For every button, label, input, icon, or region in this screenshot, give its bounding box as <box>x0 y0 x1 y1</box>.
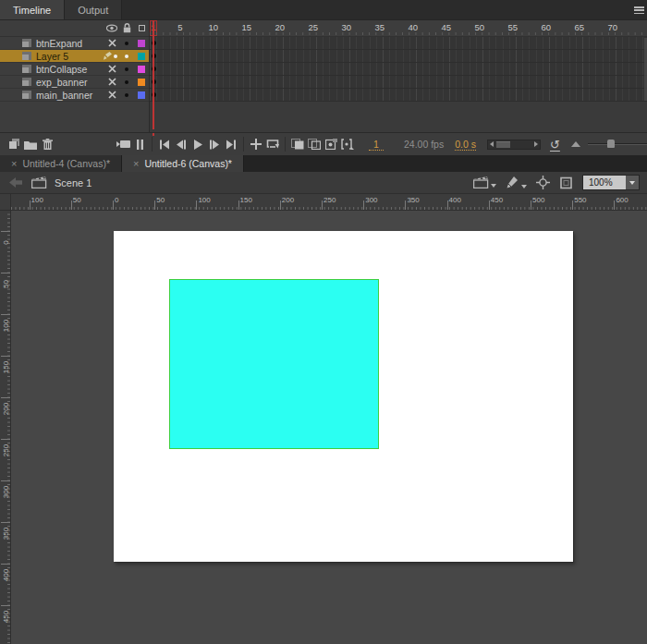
frames-panel[interactable]: 1510152025303540455055606570 <box>150 20 647 132</box>
first-frame-button[interactable] <box>156 137 173 152</box>
doc-tab-untitled-6[interactable]: × Untitled-6 (Canvas)* <box>122 155 244 172</box>
delete-layer-button[interactable] <box>39 137 55 152</box>
layer-color-chip[interactable] <box>134 53 149 60</box>
lock-state-dot[interactable] <box>119 80 134 84</box>
scene-breadcrumb[interactable]: Scene 1 <box>55 177 92 188</box>
scroll-left-icon[interactable] <box>490 141 494 147</box>
current-frame-value[interactable]: 1 <box>369 139 384 151</box>
scroll-right-icon[interactable] <box>534 141 538 147</box>
step-back-button[interactable] <box>173 137 189 152</box>
doc-tab-untitled-4[interactable]: × Untitled-4 (Canvas)* <box>0 155 122 172</box>
new-layer-button[interactable] <box>6 137 22 152</box>
hidden-x-icon[interactable] <box>104 39 119 47</box>
layers-toggle-button[interactable] <box>131 137 148 152</box>
frame-number-55[interactable]: 55 <box>508 22 519 32</box>
layer-color-chip[interactable] <box>134 40 149 47</box>
layer-row[interactable]: exp_banner <box>0 76 149 89</box>
timeline-zoom-out-icon[interactable] <box>571 141 580 147</box>
outline-column-icon[interactable] <box>134 25 149 31</box>
last-frame-button[interactable] <box>223 137 239 152</box>
ruler-tick <box>531 200 531 210</box>
close-icon[interactable]: × <box>11 159 17 169</box>
onion-outline-button[interactable] <box>306 137 323 152</box>
zoom-dropdown-button[interactable] <box>626 176 639 189</box>
play-button[interactable] <box>189 137 206 152</box>
step-forward-button[interactable] <box>206 137 223 152</box>
timeline-panel: Timeline Output btnExpandLayer 5btnCol <box>0 0 647 155</box>
ruler-label: 100 <box>31 196 43 204</box>
ruler-tick <box>1 480 10 481</box>
ruler-tick <box>447 200 448 210</box>
hidden-x-icon[interactable] <box>104 65 119 73</box>
hidden-x-icon[interactable] <box>104 78 119 86</box>
frame-number-40[interactable]: 40 <box>409 22 419 32</box>
stage[interactable] <box>114 231 573 562</box>
layer-color-chip[interactable] <box>134 79 149 86</box>
frame-number-30[interactable]: 30 <box>342 22 352 32</box>
timeline-zoom-slider[interactable] <box>588 139 647 150</box>
tab-output[interactable]: Output <box>65 0 122 19</box>
frame-number-70[interactable]: 70 <box>608 22 618 32</box>
frame-number-15[interactable]: 15 <box>242 22 252 32</box>
edit-multiple-frames-button[interactable] <box>323 137 339 152</box>
ruler-tick <box>1 231 10 232</box>
frame-row[interactable] <box>150 37 647 50</box>
playhead-line[interactable] <box>153 20 154 129</box>
lock-state-dot[interactable] <box>119 55 134 58</box>
pencil-icon[interactable] <box>104 52 119 61</box>
layer-color-chip[interactable] <box>134 91 149 99</box>
modify-markers-button[interactable] <box>339 137 356 152</box>
frame-number-10[interactable]: 10 <box>209 22 219 32</box>
frame-number-20[interactable]: 20 <box>275 22 286 32</box>
onion-skin-button[interactable] <box>289 137 306 152</box>
scrollbar-thumb[interactable] <box>496 141 510 148</box>
frame-number-25[interactable]: 25 <box>309 22 319 32</box>
lock-state-dot[interactable] <box>119 42 134 45</box>
zoom-slider-thumb[interactable] <box>607 140 615 148</box>
frame-row[interactable] <box>150 63 647 76</box>
lock-column-icon[interactable] <box>119 23 134 33</box>
canvas-area[interactable]: 1005005010015020025030035040045050055060… <box>0 194 647 644</box>
ruler-label: 200 <box>282 196 294 204</box>
loop-button[interactable] <box>264 137 281 152</box>
frame-number-45[interactable]: 45 <box>442 22 452 32</box>
frame-number-5[interactable]: 5 <box>177 22 182 32</box>
camera-button[interactable] <box>115 137 131 152</box>
frames-header[interactable]: 1510152025303540455055606570 <box>150 20 647 37</box>
new-folder-button[interactable] <box>22 137 39 152</box>
edit-symbols-button[interactable] <box>506 176 527 189</box>
frame-row[interactable] <box>150 50 647 63</box>
frame-row[interactable] <box>150 89 647 102</box>
ruler-label: 250 <box>324 196 336 204</box>
close-icon[interactable]: × <box>133 159 139 169</box>
frame-number-50[interactable]: 50 <box>475 22 485 32</box>
panel-menu-icon[interactable] <box>634 6 644 14</box>
doc-tab-label: Untitled-4 (Canvas)* <box>22 158 110 169</box>
frame-number-65[interactable]: 65 <box>575 22 585 32</box>
back-arrow-icon[interactable] <box>9 177 22 188</box>
layer-color-chip[interactable] <box>134 66 149 73</box>
layer-row[interactable]: main_banner <box>0 89 149 102</box>
layer-row[interactable]: btnCollapse <box>0 63 149 76</box>
center-frame-button[interactable] <box>248 137 264 152</box>
center-stage-button[interactable] <box>536 176 550 189</box>
frame-number-35[interactable]: 35 <box>375 22 385 32</box>
layer-row[interactable]: btnExpand <box>0 37 149 50</box>
hidden-x-icon[interactable] <box>104 91 119 99</box>
visibility-column-icon[interactable] <box>104 24 119 32</box>
tab-timeline[interactable]: Timeline <box>0 0 65 19</box>
zoom-level-input[interactable]: 100% <box>583 176 626 189</box>
frame-number-60[interactable]: 60 <box>542 22 552 32</box>
frame-rate-value[interactable]: 24.00 fps <box>404 139 444 150</box>
edit-scene-button[interactable] <box>473 176 496 188</box>
frame-grid[interactable] <box>150 37 647 102</box>
elapsed-time-value[interactable]: 0.0 s <box>455 139 476 151</box>
timeline-scrollbar[interactable] <box>487 140 541 150</box>
layer-row[interactable]: Layer 5 <box>0 50 149 63</box>
lock-state-dot[interactable] <box>119 93 134 97</box>
clip-content-button[interactable] <box>559 176 573 189</box>
lock-state-dot[interactable] <box>119 67 134 71</box>
frame-row[interactable] <box>150 76 647 89</box>
cyan-rectangle-shape[interactable] <box>169 279 379 449</box>
reset-timeline-zoom-button[interactable]: ↺ <box>550 138 560 152</box>
